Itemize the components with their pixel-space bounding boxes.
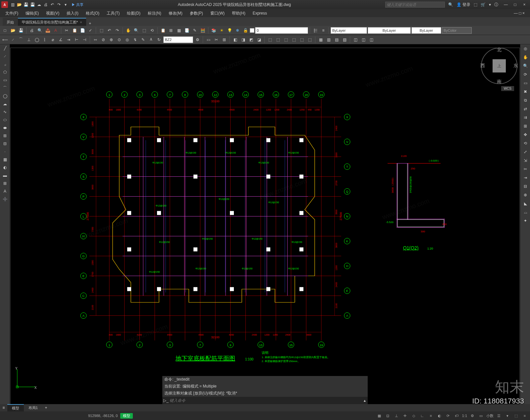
maximize-button[interactable]: □ [511,1,519,8]
copy2-icon[interactable]: ⧉ [520,96,530,105]
dim-tedit-icon[interactable]: Ａ [147,36,155,43]
revcloud-icon[interactable]: ☁ [0,100,10,108]
cycling-icon[interactable]: ⟳ [445,412,451,419]
app-logo[interactable]: A [1,1,8,8]
tabs-menu-icon[interactable]: ≡ [0,405,7,410]
region-icon[interactable]: ▬ [0,171,10,179]
center-mark-icon[interactable]: ⊙ [116,36,123,43]
calc-icon[interactable]: 🧮 [199,27,206,34]
mtext-icon[interactable]: A [0,187,10,195]
tab-drawing[interactable]: 甲级院精品异形柱别墅结构施工图*× [18,18,86,26]
doc-window-controls[interactable]: — □ × [510,10,528,17]
ucs1-icon[interactable]: ⬚ [266,36,274,43]
viewcube-north[interactable]: 北 [497,47,502,53]
insert-block-icon[interactable]: ⊞ [0,132,10,140]
dim-radius-icon[interactable]: ◯ [33,36,40,43]
explode-icon[interactable]: ✦ [520,216,530,225]
search-icon[interactable]: 🔍 [448,2,453,7]
layer-manage-icon[interactable]: 📚 [210,27,217,34]
dim-update-icon[interactable]: ↻ [155,36,163,43]
tray-icon[interactable]: ▾ [504,412,511,419]
ellipse-icon[interactable]: ⬭ [0,116,10,124]
chamfer-icon[interactable]: ◣ [520,199,530,208]
rect-icon[interactable]: ▭ [0,76,10,84]
wcs-label[interactable]: WCS [501,86,514,91]
tab-add-button[interactable]: + [86,21,94,26]
rotate-icon[interactable]: ⟲ [520,139,530,148]
menu-express[interactable]: Express [249,10,270,17]
gradient-icon[interactable]: ◐ [0,163,10,171]
ucs6-icon[interactable]: ⬚ [306,36,313,43]
menu-draw[interactable]: 绘图(D) [124,10,144,17]
ref-clip-icon[interactable]: ✂ [213,36,220,43]
clean-icon[interactable]: ⬚ [513,412,519,419]
move-icon[interactable]: ✥ [520,130,530,139]
table-icon[interactable]: ⊞ [0,179,10,187]
xline-icon[interactable]: ⟋ [0,52,10,60]
visual-icon[interactable]: ▭ [478,412,484,419]
bulb-icon[interactable]: 💡 [226,27,233,34]
new-icon[interactable]: □ [1,27,9,34]
cart-icon[interactable]: 🛒 [481,2,486,7]
menu-tools[interactable]: 工具(T) [103,10,123,17]
menu-help[interactable]: 帮助(H) [229,10,249,17]
lwt-icon[interactable]: ≡ [428,412,434,419]
zoom-prev-icon[interactable]: ⟲ [148,27,156,34]
dim-edit-icon[interactable]: ✎ [139,36,147,43]
paste-icon[interactable]: 📄 [79,27,86,34]
menu-dim[interactable]: 标注(N) [144,10,165,17]
qat-dropdown-icon[interactable]: ▾ [63,2,68,7]
ws2-icon[interactable]: ◫ [360,36,367,43]
transp-icon[interactable]: ◐ [436,412,443,419]
dim-angular-icon[interactable]: ∠ [57,36,64,43]
qat-save-icon[interactable]: 💾 [23,2,28,7]
dimstyle-dropdown[interactable] [163,36,193,43]
redo2-icon[interactable]: ↷ [114,27,121,34]
render3-icon[interactable]: ◩ [247,36,255,43]
viewcube-top[interactable]: 上 [493,59,506,72]
info-icon[interactable]: ⓘ [494,2,498,8]
tool-palette-icon[interactable]: ▦ [175,27,183,34]
render4-icon[interactable]: ◪ [255,36,263,43]
viewcube-south[interactable]: 南 [497,79,502,85]
nav-show-icon[interactable]: ▭ [520,79,530,87]
ucs4-icon[interactable]: ⬚ [290,36,297,43]
menu-format[interactable]: 格式(O) [82,10,103,17]
sun-icon[interactable]: ☀ [218,27,225,34]
tolerance-icon[interactable]: ⊕ [108,36,115,43]
app-icon[interactable]: A [52,27,59,34]
cut-icon[interactable]: ✂ [63,27,70,34]
nav-orbit-icon[interactable]: ⟳ [520,70,530,79]
qat-undo-icon[interactable]: ↶ [50,2,55,7]
menu-file[interactable]: 文件(F) [2,10,22,17]
view2-icon[interactable]: ▥ [325,36,332,43]
extend-icon[interactable]: ⇥ [520,173,530,182]
tab-model[interactable]: 模型 [7,404,24,411]
publish-icon[interactable]: 📤 [44,27,51,34]
help-search-input[interactable] [385,2,445,8]
dim-ordinate-icon[interactable]: ⊥ [25,36,32,43]
help-dropdown-icon[interactable]: ▾ [489,2,491,7]
qat-open-icon[interactable]: 📂 [17,2,22,7]
menu-modify[interactable]: 修改(M) [165,10,186,17]
save-icon[interactable]: 💾 [17,27,25,34]
render1-icon[interactable]: ◧ [232,36,239,43]
custom-icon[interactable]: ≡ [521,412,528,419]
grid-icon[interactable]: ▦ [376,412,383,419]
polar-icon[interactable]: ✛ [402,412,408,419]
ortho-icon[interactable]: ⊥ [393,412,400,419]
view-cube[interactable]: 上 北 南 东 西 [481,48,517,84]
ellipse-arc-icon[interactable]: ⬬ [0,124,10,132]
units-readout[interactable]: 小数 [486,413,494,418]
viewcube-west[interactable]: 西 [480,63,485,69]
match-icon[interactable]: ✓ [87,27,94,34]
ref-attach-icon[interactable]: ▭ [205,36,212,43]
render2-icon[interactable]: ◨ [239,36,247,43]
make-block-icon[interactable]: ⊟ [0,140,10,148]
ws1-icon[interactable]: ◫ [352,36,359,43]
login-button[interactable]: 👤 登录 [456,2,470,8]
nav-wheel-icon[interactable]: ◎ [520,44,530,53]
freeze-icon[interactable]: ❄ [234,27,241,34]
close-button[interactable]: × [520,1,529,8]
menu-window[interactable]: 窗口(W) [207,10,228,17]
